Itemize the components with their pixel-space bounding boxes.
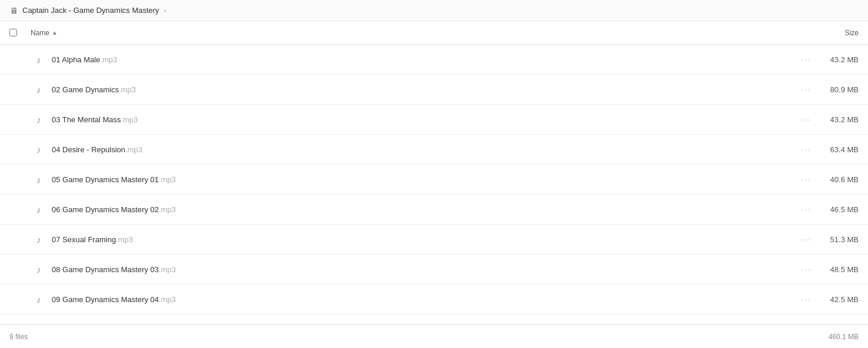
file-name-container-1: 02 Game Dynamics.mp3	[52, 85, 776, 94]
file-actions-menu-6[interactable]: ···	[776, 235, 812, 244]
file-ext-3: .mp3	[125, 145, 142, 154]
file-ext-4: .mp3	[159, 175, 176, 184]
file-ext-5: .mp3	[159, 205, 176, 214]
file-ext-8: .mp3	[159, 295, 176, 304]
file-name-6: 07 Sexual Framing	[52, 235, 116, 244]
table-row[interactable]: ♪ 08 Game Dynamics Mastery 03.mp3 ··· 48…	[0, 255, 868, 285]
file-size-7: 48.5 MB	[812, 265, 859, 274]
name-column-header[interactable]: Name ▲	[31, 29, 800, 37]
file-actions-menu-5[interactable]: ···	[776, 205, 812, 214]
music-icon-7: ♪	[31, 265, 47, 275]
table-row[interactable]: ♪ 04 Desire - Repulsion.mp3 ··· 63.4 MB	[0, 135, 868, 165]
file-size-3: 63.4 MB	[812, 145, 859, 154]
music-icon-6: ♪	[31, 235, 47, 245]
folder-icon: 🖥	[9, 6, 19, 15]
file-list: ♪ 01 Alpha Male.mp3 ··· 43.2 MB ♪ 02 Gam…	[0, 45, 868, 314]
file-ext-7: .mp3	[159, 265, 176, 274]
music-icon-3: ♪	[31, 145, 47, 155]
file-name-4: 05 Game Dynamics Mastery 01	[52, 175, 159, 184]
file-name-container-2: 03 The Mental Mass.mp3	[52, 115, 776, 124]
file-size-2: 43.2 MB	[812, 115, 859, 124]
file-name-container-7: 08 Game Dynamics Mastery 03.mp3	[52, 265, 776, 274]
music-icon-4: ♪	[31, 175, 47, 185]
select-all-checkbox[interactable]	[9, 29, 17, 36]
file-size-6: 51.3 MB	[812, 235, 859, 244]
file-name-7: 08 Game Dynamics Mastery 03	[52, 265, 159, 274]
file-ext-0: .mp3	[100, 55, 117, 64]
table-row[interactable]: ♪ 01 Alpha Male.mp3 ··· 43.2 MB	[0, 45, 868, 75]
file-actions-menu-8[interactable]: ···	[776, 295, 812, 304]
sort-arrow-icon: ▲	[52, 29, 58, 36]
table-row[interactable]: ♪ 07 Sexual Framing.mp3 ··· 51.3 MB	[0, 225, 868, 255]
file-name-0: 01 Alpha Male	[52, 55, 100, 64]
table-row[interactable]: ♪ 09 Game Dynamics Mastery 04.mp3 ··· 42…	[0, 285, 868, 314]
file-actions-menu-3[interactable]: ···	[776, 145, 812, 154]
file-ext-1: .mp3	[119, 85, 136, 94]
footer-row: 9 files 460.1 MB	[0, 324, 868, 348]
music-icon-2: ♪	[31, 115, 47, 125]
file-size-0: 43.2 MB	[812, 55, 859, 64]
breadcrumb-chevron: ›	[164, 6, 166, 15]
file-actions-menu-4[interactable]: ···	[776, 175, 812, 184]
file-name-2: 03 The Mental Mass	[52, 115, 121, 124]
file-ext-6: .mp3	[116, 235, 133, 244]
file-name-container-6: 07 Sexual Framing.mp3	[52, 235, 776, 244]
file-name-5: 06 Game Dynamics Mastery 02	[52, 205, 159, 214]
file-actions-menu-2[interactable]: ···	[776, 115, 812, 124]
music-icon-5: ♪	[31, 205, 47, 215]
music-icon-0: ♪	[31, 55, 47, 65]
file-name-container-0: 01 Alpha Male.mp3	[52, 55, 776, 64]
music-icon-8: ♪	[31, 295, 47, 304]
breadcrumb-title: Captain Jack - Game Dynamics Mastery	[22, 6, 159, 15]
total-size: 460.1 MB	[829, 333, 859, 341]
file-name-container-3: 04 Desire - Repulsion.mp3	[52, 145, 776, 154]
file-actions-menu-7[interactable]: ···	[776, 265, 812, 274]
header-checkbox-col	[9, 29, 31, 36]
breadcrumb-bar: 🖥 Captain Jack - Game Dynamics Mastery ›	[0, 0, 868, 21]
table-row[interactable]: ♪ 02 Game Dynamics.mp3 ··· 80.9 MB	[0, 75, 868, 105]
file-name-container-4: 05 Game Dynamics Mastery 01.mp3	[52, 175, 776, 184]
file-name-container-5: 06 Game Dynamics Mastery 02.mp3	[52, 205, 776, 214]
file-count: 9 files	[9, 333, 829, 341]
file-name-8: 09 Game Dynamics Mastery 04	[52, 295, 159, 304]
file-actions-menu-1[interactable]: ···	[776, 85, 812, 94]
music-icon-1: ♪	[31, 85, 47, 95]
file-actions-menu-0[interactable]: ···	[776, 55, 812, 64]
file-size-4: 40.6 MB	[812, 175, 859, 184]
table-row[interactable]: ♪ 06 Game Dynamics Mastery 02.mp3 ··· 46…	[0, 195, 868, 225]
file-size-5: 46.5 MB	[812, 205, 859, 214]
size-column-header[interactable]: Size	[800, 29, 859, 37]
file-name-1: 02 Game Dynamics	[52, 85, 119, 94]
file-size-8: 42.5 MB	[812, 295, 859, 304]
file-name-3: 04 Desire - Repulsion	[52, 145, 125, 154]
file-ext-2: .mp3	[121, 115, 138, 124]
table-row[interactable]: ♪ 03 The Mental Mass.mp3 ··· 43.2 MB	[0, 105, 868, 135]
file-size-1: 80.9 MB	[812, 85, 859, 94]
table-header: Name ▲ Size	[0, 21, 868, 45]
table-row[interactable]: ♪ 05 Game Dynamics Mastery 01.mp3 ··· 40…	[0, 165, 868, 195]
file-name-container-8: 09 Game Dynamics Mastery 04.mp3	[52, 295, 776, 304]
